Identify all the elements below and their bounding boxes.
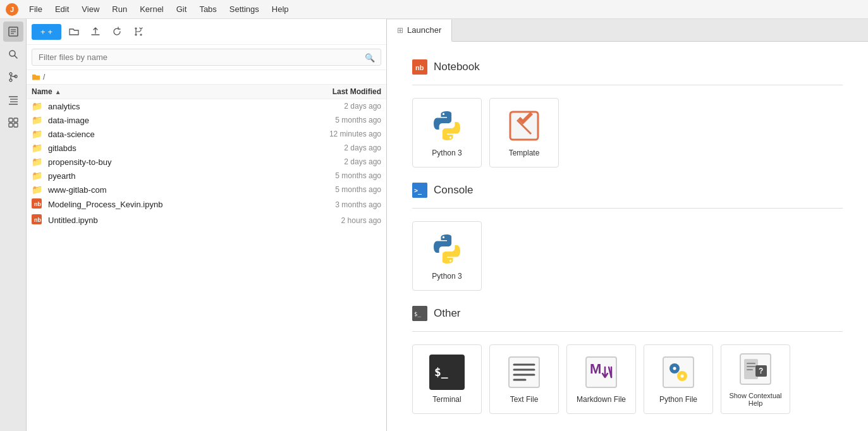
sort-arrow-icon: ▲ <box>55 88 61 95</box>
folder-icon: 📁 <box>32 129 44 139</box>
svg-point-44 <box>681 375 684 378</box>
svg-text:$_: $_ <box>434 365 448 379</box>
svg-text:nb: nb <box>34 217 41 223</box>
svg-rect-16 <box>9 118 13 122</box>
python3-console-card[interactable]: Python 3 <box>412 221 482 291</box>
console-section-header: >_ Console <box>412 183 843 198</box>
file-list-header: Name ▲ Last Modified <box>27 85 386 99</box>
notebook-section-header: nb Notebook <box>412 59 843 75</box>
col-modified-header[interactable]: Last Modified <box>286 87 381 96</box>
list-item[interactable]: 📁 pyearth 5 months ago <box>27 169 386 183</box>
activity-extensions[interactable] <box>3 112 23 133</box>
menu-edit[interactable]: Edit <box>50 3 74 15</box>
other-section-icon: $_ <box>412 306 427 321</box>
svg-rect-19 <box>14 123 18 127</box>
contextual-help-card[interactable]: ? Show Contextual Help <box>721 344 790 414</box>
svg-text:M: M <box>590 361 601 377</box>
list-item[interactable]: nb Untitled.ipynb 2 hours ago <box>27 212 386 228</box>
list-item[interactable]: 📁 data-science 12 minutes ago <box>27 127 386 141</box>
list-item[interactable]: 📁 www-gitlab-com 5 months ago <box>27 183 386 197</box>
menu-help[interactable]: Help <box>267 3 294 15</box>
refresh-button[interactable] <box>108 23 126 40</box>
list-item[interactable]: 📁 propensity-to-buy 2 days ago <box>27 155 386 169</box>
app-logo: J <box>5 3 19 16</box>
template-notebook-card[interactable]: Template <box>489 98 559 167</box>
tab-bar: ⊞ Launcher <box>387 19 868 42</box>
text-file-icon <box>506 355 542 390</box>
python-file-card[interactable]: Python File <box>644 344 713 414</box>
text-file-card[interactable]: Text File <box>489 344 559 414</box>
svg-text:J: J <box>10 6 14 13</box>
console-section: >_ Console Python 3 <box>412 183 843 291</box>
list-item[interactable]: 📁 gitlabds 2 days ago <box>27 141 386 155</box>
console-cards: Python 3 <box>412 221 843 291</box>
menu-git[interactable]: Git <box>171 3 192 15</box>
svg-rect-17 <box>14 118 18 122</box>
notebook-icon: nb <box>32 198 44 210</box>
search-bar: 🔍 <box>27 45 386 70</box>
menu-kernel[interactable]: Kernel <box>135 3 169 15</box>
open-folder-button[interactable] <box>65 23 83 40</box>
launcher: nb Notebook Python 3 <box>387 42 868 431</box>
template-icon <box>506 108 542 143</box>
activity-toc[interactable] <box>3 90 23 110</box>
svg-line-7 <box>15 56 17 58</box>
svg-rect-49 <box>747 369 753 370</box>
file-list: 📁 analytics 2 days ago 📁 data-image 5 mo… <box>27 99 386 431</box>
python-file-icon <box>661 355 696 390</box>
markdown-file-card[interactable]: M Markdown File <box>566 344 636 414</box>
upload-button[interactable] <box>87 23 104 40</box>
folder-icon: 📁 <box>32 143 44 153</box>
search-input[interactable] <box>32 49 381 66</box>
console-divider <box>412 208 843 209</box>
notebook-section-icon: nb <box>412 59 427 75</box>
folder-icon: 📁 <box>32 115 44 125</box>
menu-settings[interactable]: Settings <box>224 3 264 15</box>
folder-icon: 📁 <box>32 101 44 111</box>
markdown-icon: M <box>584 355 619 390</box>
menu-file[interactable]: File <box>24 3 47 15</box>
list-item[interactable]: 📁 data-image 5 months ago <box>27 113 386 127</box>
new-button[interactable]: + + <box>32 24 61 40</box>
list-item[interactable]: 📁 analytics 2 days ago <box>27 99 386 113</box>
list-item[interactable]: nb Modeling_Process_Kevin.ipynb 3 months… <box>27 197 386 212</box>
tab-launcher[interactable]: ⊞ Launcher <box>387 20 452 42</box>
terminal-card[interactable]: $_ Terminal <box>412 344 482 414</box>
contextual-help-icon: ? <box>738 351 773 387</box>
svg-text:nb: nb <box>415 64 424 71</box>
file-panel: + + 🔍 / <box>27 19 387 431</box>
svg-rect-47 <box>747 363 755 364</box>
git-button[interactable] <box>130 23 147 40</box>
activity-files[interactable] <box>3 21 23 42</box>
col-name-header[interactable]: Name ▲ <box>32 87 286 96</box>
notebook-divider <box>412 85 843 85</box>
svg-rect-18 <box>9 123 13 127</box>
svg-text:?: ? <box>759 367 763 375</box>
python3-notebook-card[interactable]: Python 3 <box>412 98 482 167</box>
python-console-logo-icon <box>429 231 465 267</box>
terminal-icon: $_ <box>429 355 465 390</box>
console-section-icon: >_ <box>412 183 427 198</box>
breadcrumb: / <box>27 70 386 85</box>
menu-tabs[interactable]: Tabs <box>194 3 221 15</box>
notebook-section: nb Notebook Python 3 <box>412 59 843 167</box>
file-toolbar: + + <box>27 19 386 45</box>
activity-git[interactable] <box>3 67 23 87</box>
folder-icon <box>32 73 40 82</box>
search-icon: 🔍 <box>365 52 375 62</box>
activity-search[interactable] <box>3 44 23 64</box>
menu-run[interactable]: Run <box>107 3 132 15</box>
svg-point-9 <box>9 79 12 82</box>
folder-icon: 📁 <box>32 171 44 181</box>
svg-point-8 <box>9 73 12 75</box>
svg-point-43 <box>673 367 676 370</box>
other-section: $_ Other $_ Terminal <box>412 306 843 414</box>
folder-icon: 📁 <box>32 185 44 195</box>
other-cards: $_ Terminal Text File <box>412 344 843 414</box>
content-area: ⊞ Launcher nb Notebook <box>387 19 868 431</box>
main-layout: + + 🔍 / <box>0 19 868 431</box>
svg-text:$_: $_ <box>414 311 421 317</box>
other-section-header: $_ Other <box>412 306 843 321</box>
svg-rect-48 <box>747 366 755 367</box>
menu-view[interactable]: View <box>76 3 104 15</box>
